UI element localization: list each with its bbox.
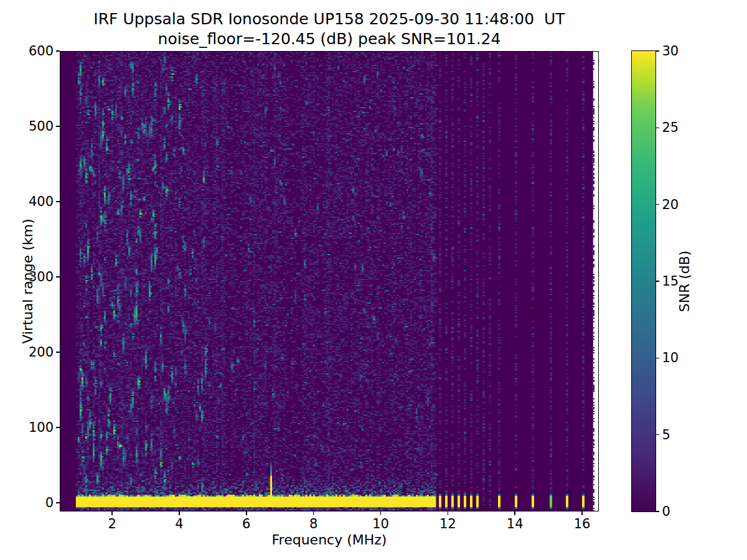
colorbar-gradient [632,51,655,511]
y-tick-label: 200 [0,345,54,360]
y-tick-label: 400 [0,194,54,209]
y-tick-label: 500 [0,119,54,134]
x-tick-label: 14 [507,516,524,531]
ionogram-figure: IRF Uppsala SDR Ionosonde UP158 2025-09-… [0,0,747,560]
x-tick [111,511,113,515]
colorbar-tick [656,50,659,52]
x-axis-label: Frequency (MHz) [272,532,387,548]
plot-title-line2: noise_floor=-120.45 (dB) peak SNR=101.24 [158,30,501,49]
colorbar-tick-label: 0 [662,504,670,519]
colorbar-tick-label: 5 [662,427,670,442]
colorbar-tick [656,128,659,129]
x-tick-label: 2 [108,516,116,531]
colorbar-tick [656,204,659,205]
colorbar-label: SNR (dB) [677,219,693,343]
x-tick [581,511,583,515]
y-tick-label: 300 [0,269,54,284]
colorbar-tick-label: 25 [662,120,679,135]
colorbar-tick [656,511,659,512]
x-tick-label: 10 [372,516,389,531]
x-tick-label: 4 [175,516,183,531]
y-tick-label: 600 [0,44,54,58]
colorbar-tick-label: 20 [662,197,679,212]
x-tick [380,511,382,515]
x-tick-label: 16 [574,516,591,531]
plot-title-line1: IRF Uppsala SDR Ionosonde UP158 2025-09-… [93,10,565,29]
y-tick [56,276,60,278]
y-tick-label: 0 [0,495,54,510]
y-tick [56,427,60,428]
ionogram-heatmap [60,51,599,511]
y-tick-label: 100 [0,420,54,435]
x-tick [179,511,180,515]
x-tick-label: 12 [439,516,456,531]
y-tick [56,502,60,503]
x-tick-label: 6 [242,516,250,531]
x-tick-label: 8 [309,516,317,531]
y-tick [56,126,60,127]
x-tick [246,511,247,515]
colorbar-tick [656,358,659,359]
colorbar-tick-label: 15 [662,274,679,289]
colorbar-tick-label: 10 [662,350,679,365]
y-tick [56,201,60,202]
colorbar [631,50,656,512]
colorbar-tick [656,434,659,436]
colorbar-tick [656,281,659,282]
x-tick [448,511,449,515]
y-tick [56,352,60,353]
x-tick [514,511,515,515]
y-tick [56,50,60,52]
x-tick [313,511,314,515]
colorbar-tick-label: 30 [662,44,679,58]
